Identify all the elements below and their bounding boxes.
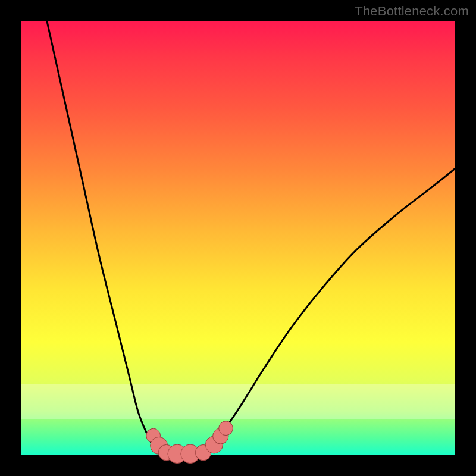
curve-layer bbox=[21, 21, 455, 455]
chart-stage: TheBottleneck.com bbox=[0, 0, 476, 476]
plot-area bbox=[21, 21, 455, 455]
watermark-text: TheBottleneck.com bbox=[355, 4, 469, 19]
data-marker bbox=[219, 421, 233, 436]
bottleneck-curve bbox=[47, 21, 455, 456]
